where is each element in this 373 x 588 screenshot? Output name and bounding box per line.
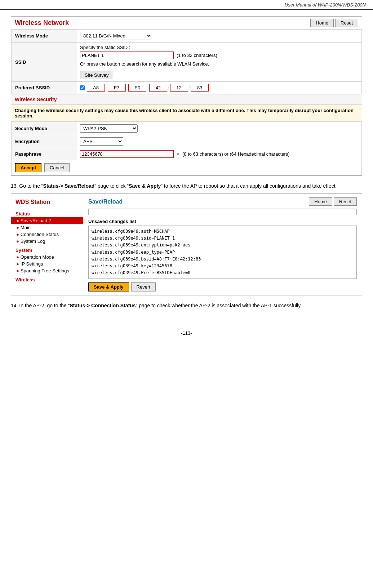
bssid-octet-4[interactable] — [149, 84, 167, 92]
panel-header-buttons: Home Reset — [310, 19, 358, 27]
instruction-14-link: Status-> Connection Status — [70, 303, 136, 308]
wireless-mode-label: Wireless Mode — [12, 30, 76, 43]
sidebar-item-main-label: Main — [21, 225, 31, 230]
bullet-icon: ● — [16, 225, 19, 230]
wds-main-buttons: Home Reset — [309, 197, 357, 206]
bssid-row: Prefered BSSID : : : : : — [12, 82, 362, 94]
encryption-label: Encryption — [12, 135, 76, 148]
bssid-label: Prefered BSSID — [12, 82, 76, 94]
bssid-colon-5: : — [189, 85, 190, 90]
wds-reset-button[interactable]: Reset — [334, 197, 357, 206]
unsaved-line-2: wireless.cfg039e49.ssid=PLANET 1 — [92, 235, 354, 242]
bullet-icon: ● — [16, 232, 19, 237]
ssid-row: SSID Specify the static SSID : (1 to 32 … — [12, 43, 362, 82]
reset-button[interactable]: Reset — [335, 19, 358, 27]
wireless-mode-select[interactable]: 802.11 B/G/N Mixed 802.11 B/G Mixed 802.… — [80, 32, 152, 40]
bssid-colon-1: : — [106, 85, 107, 90]
bssid-inputs: : : : : : — [80, 84, 358, 92]
sidebar-wireless-section: Wireless — [11, 274, 83, 283]
ssid-label: SSID — [12, 43, 76, 82]
accept-cancel-row: Accept Cancel — [12, 160, 362, 175]
security-table: Security Mode WPA2-PSK WPA-PSK None Encr… — [11, 122, 362, 175]
security-mode-value-cell: WPA2-PSK WPA-PSK None — [76, 122, 362, 135]
unsaved-line-5: wireless.cfg039e49.bssid=A8:F7:E0:42:12:… — [92, 256, 354, 263]
ssid-input[interactable] — [80, 52, 174, 59]
sidebar-system-section: System — [11, 245, 83, 254]
sidebar-item-main[interactable]: ● Main — [11, 224, 83, 231]
instruction-14-before: 14. In the AP-2, go to the “ — [11, 303, 70, 308]
bssid-octet-3[interactable] — [128, 84, 146, 92]
unsaved-changes-label: Unsaved changes list — [88, 219, 357, 224]
bssid-octet-1[interactable] — [87, 84, 105, 92]
bssid-octet-6[interactable] — [191, 84, 209, 92]
wds-main-header: Save/Reload Home Reset — [88, 197, 357, 206]
ssid-static-label: Specify the static SSID : — [80, 45, 358, 50]
revert-button[interactable]: Revert — [131, 282, 156, 291]
passphrase-clear-icon[interactable]: ✕ — [176, 151, 180, 157]
instruction-13-link1: Status-> Save/Reload — [43, 183, 95, 189]
passphrase-input[interactable] — [80, 150, 174, 158]
sidebar-item-spanning-tree-label: Spanning Tree Settings — [21, 268, 69, 273]
bssid-colon-3: : — [147, 85, 148, 90]
unsaved-line-4: wireless.cfg039e49.eap_type=PEAP — [92, 249, 354, 256]
bullet-icon: ● — [16, 239, 19, 244]
unsaved-line-3: wireless.cfg039e49.encryption=psk2 aes — [92, 242, 354, 249]
wds-action-buttons: Save & Apply Revert — [88, 282, 357, 291]
save-apply-button[interactable]: Save & Apply — [88, 282, 129, 291]
sidebar-item-save-reload[interactable]: ● Save/Reload:7 — [11, 217, 83, 224]
security-mode-select[interactable]: WPA2-PSK WPA-PSK None — [80, 124, 138, 133]
security-mode-row: Security Mode WPA2-PSK WPA-PSK None — [12, 122, 362, 135]
sidebar-item-save-reload-label: Save/Reload:7 — [21, 218, 51, 223]
unsaved-changes-list: wireless.cfg039e49.auth=MSCHAP wireless.… — [88, 226, 357, 279]
bullet-icon: ● — [16, 268, 19, 273]
wireless-security-header: Wireless Security — [11, 94, 362, 105]
instruction-13: 13. Go to the “Status-> Save/Reload” pag… — [11, 182, 362, 190]
site-survey-button[interactable]: Site Survey — [80, 71, 113, 79]
wireless-mode-row: Wireless Mode 802.11 B/G/N Mixed 802.11 … — [12, 30, 362, 43]
instruction-13-before: 13. Go to the “ — [11, 183, 43, 189]
bssid-octet-2[interactable] — [108, 84, 126, 92]
encryption-row: Encryption AES TKIP — [12, 135, 362, 148]
instruction-13-link2: Save & Apply — [129, 183, 161, 189]
page-header: User Manual of WAP-200N/WBS-200N — [0, 0, 373, 10]
bssid-value-cell: : : : : : — [76, 82, 362, 94]
bullet-icon: ● — [16, 218, 19, 223]
accept-cancel-cell: Accept Cancel — [12, 160, 362, 175]
instruction-13-middle: ” page to click “ — [94, 183, 129, 189]
ssid-search-text: Or press the button to search for any av… — [80, 61, 358, 67]
bullet-icon: ● — [16, 254, 19, 260]
sidebar-item-ip-settings-label: IP Settings — [21, 261, 43, 267]
wds-sidebar-title: WDS Station — [11, 197, 83, 208]
sidebar-status-section: Status — [11, 208, 83, 217]
sidebar-item-ip-settings[interactable]: ● IP Settings — [11, 260, 83, 267]
instruction-14: 14. In the AP-2, go to the “Status-> Con… — [11, 302, 362, 309]
bullet-icon: ● — [16, 261, 19, 267]
wds-main-title: Save/Reload — [88, 199, 123, 205]
panel-header: Wireless Network Home Reset — [11, 17, 362, 29]
home-button[interactable]: Home — [310, 19, 334, 27]
wireless-security-warning: Changing the wireless security settings … — [11, 105, 362, 122]
sidebar-item-operation-mode[interactable]: ● Operation Mode — [11, 254, 83, 260]
bssid-colon-4: : — [168, 85, 169, 90]
sidebar-item-connection-status[interactable]: ● Connection Status — [11, 231, 83, 238]
sidebar-item-system-log[interactable]: ● System Log — [11, 238, 83, 245]
ssid-input-row: (1 to 32 characters) — [80, 52, 358, 59]
sidebar-item-operation-mode-label: Operation Mode — [21, 254, 54, 260]
passphrase-value-cell: ✕ (8 to 63 characters) or (64 Hexadecima… — [76, 148, 362, 160]
encryption-select[interactable]: AES TKIP — [80, 137, 123, 146]
bssid-checkbox[interactable] — [80, 85, 85, 90]
page-footer: -113- — [0, 330, 373, 336]
sidebar-item-spanning-tree[interactable]: ● Spanning Tree Settings — [11, 267, 83, 274]
wireless-network-title: Wireless Network — [15, 19, 69, 27]
unsaved-line-6: wireless.cfg039e49.key=12345678 — [92, 263, 354, 270]
wds-station-panel: WDS Station Status ● Save/Reload:7 ● Mai… — [11, 193, 362, 295]
sidebar-item-system-log-label: System Log — [21, 239, 45, 244]
cancel-button[interactable]: Cancel — [44, 163, 70, 172]
unsaved-line-1: wireless.cfg039e49.auth=MSCHAP — [92, 228, 354, 235]
passphrase-input-row: ✕ (8 to 63 characters) or (64 Hexadecima… — [80, 150, 358, 158]
bssid-octet-5[interactable] — [170, 84, 188, 92]
accept-button[interactable]: Accept — [15, 163, 41, 172]
wds-home-button[interactable]: Home — [309, 197, 332, 206]
site-survey-btn-container: Site Survey — [80, 69, 358, 79]
wds-sidebar: WDS Station Status ● Save/Reload:7 ● Mai… — [11, 194, 83, 295]
